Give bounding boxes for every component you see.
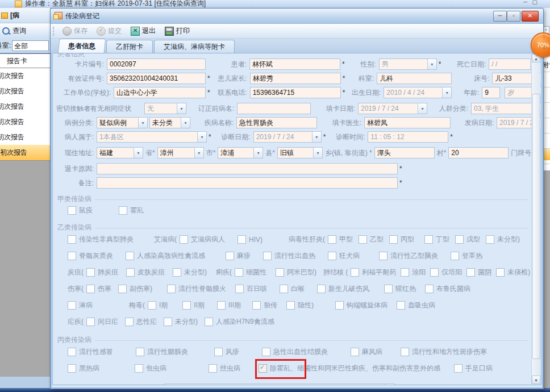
disease-checkbox[interactable]: 急性出血性结膜炎 bbox=[262, 347, 328, 357]
disease-checkbox[interactable]: 包虫病 bbox=[135, 364, 166, 373]
tab-patient-info[interactable]: 患者信息 bbox=[58, 39, 106, 53]
birth-date-select[interactable]: 2010 / 4 / 24▾ bbox=[384, 87, 452, 98]
other-diseases-select[interactable]: ▾ bbox=[164, 383, 395, 385]
scrollbar-down-arrow-icon[interactable]: ▼ bbox=[532, 376, 540, 384]
disease-checkbox[interactable]: III期 bbox=[217, 301, 241, 310]
dept-input[interactable]: 儿科 bbox=[377, 73, 452, 84]
scrollbar-thumb[interactable] bbox=[532, 94, 540, 359]
maximize-button[interactable]: ▫ bbox=[507, 11, 520, 22]
report-list-item[interactable]: 初次报告 bbox=[0, 130, 50, 145]
disease-checkbox[interactable]: 百日咳 bbox=[235, 284, 267, 294]
disease-checkbox[interactable]: 隐性) bbox=[286, 301, 314, 310]
disease-checkbox[interactable]: 人感染高致病性禽流感 bbox=[126, 251, 205, 261]
guardian-input[interactable]: 林碧秀 bbox=[250, 73, 341, 84]
disease-checkbox[interactable]: 丙型 bbox=[389, 235, 414, 244]
fill-doctor-input[interactable]: 林碧凤 bbox=[364, 117, 451, 128]
city-select[interactable]: 漳州▾ bbox=[157, 147, 204, 159]
disease-checkbox[interactable]: 麻疹 bbox=[226, 251, 251, 261]
disease-checkbox[interactable]: 脊髓灰质炎 bbox=[68, 251, 113, 261]
disease-checkbox[interactable]: 未分型) bbox=[164, 317, 198, 327]
patient-input[interactable]: 林怀斌 bbox=[249, 59, 340, 70]
exit-button[interactable]: 退出 bbox=[127, 25, 159, 37]
query-button[interactable]: 查询 bbox=[0, 23, 50, 38]
disease-checkbox[interactable]: 未痰检) bbox=[496, 268, 530, 277]
disease-checkbox[interactable]: 未分型) bbox=[173, 268, 207, 277]
disease-checkbox[interactable]: 白喉 bbox=[280, 284, 305, 294]
disease-checkbox[interactable]: 钩端螺旋体病 bbox=[335, 301, 388, 310]
id-no-input[interactable]: 350623201004240031 bbox=[107, 73, 206, 84]
disease-checkbox[interactable]: 仅培阳 bbox=[430, 268, 462, 277]
diag-time-input[interactable]: 11 : 05 : 12 bbox=[368, 131, 448, 143]
phone-input[interactable]: 15396364715 bbox=[250, 87, 341, 98]
disease-checkbox[interactable]: 艾滋病(艾滋病病人 bbox=[154, 235, 225, 244]
case-class-select[interactable]: 疑似病例▾ bbox=[97, 117, 148, 128]
work-unit-input[interactable]: 山边中心小学 bbox=[114, 87, 206, 98]
disease-checkbox[interactable]: 风疹 bbox=[214, 347, 239, 357]
disease-checkbox[interactable]: 未分型) bbox=[486, 235, 520, 244]
disease-checkbox[interactable]: 流行性感冒 bbox=[68, 347, 113, 357]
disease-checkbox[interactable]: 恶性疟 bbox=[125, 317, 157, 327]
card-no-input[interactable]: 0002097 bbox=[107, 59, 206, 70]
disease-checkbox[interactable]: 丁型 bbox=[424, 235, 449, 244]
province-select[interactable]: 福建▾ bbox=[97, 147, 143, 159]
disease-checkbox[interactable]: 流行性和地方性斑疹伤寒 bbox=[401, 347, 487, 357]
disease-checkbox[interactable]: 血吸虫病 bbox=[397, 301, 435, 310]
disease-checkbox[interactable]: 皮肤炭疽 bbox=[126, 268, 165, 277]
contact-symptom-select[interactable]: 无▾ bbox=[144, 103, 186, 114]
report-list-item[interactable]: 初次报告 bbox=[0, 68, 50, 84]
close-button[interactable]: ✕ bbox=[522, 11, 539, 22]
minimize-button[interactable]: ─ bbox=[493, 11, 507, 22]
disease-checkbox[interactable]: 布鲁氏菌病 bbox=[425, 284, 470, 294]
disease-checkbox[interactable]: 麻风病 bbox=[351, 347, 382, 357]
disease-checkbox[interactable]: 手足口病 bbox=[454, 364, 493, 373]
house-no-input[interactable]: 20 bbox=[448, 147, 509, 159]
patient-belong-select[interactable]: 1本县区▾ bbox=[97, 131, 207, 143]
report-list-item[interactable]: 初次报告 bbox=[0, 99, 50, 114]
refund-reason-input[interactable] bbox=[97, 163, 398, 174]
age-input[interactable]: 9 bbox=[482, 87, 500, 98]
app-maximize-button[interactable]: ▢ bbox=[532, 0, 538, 5]
submit-button[interactable]: 提交 bbox=[93, 25, 125, 37]
disease-checkbox[interactable]: 菌阴 bbox=[466, 268, 491, 277]
village-input[interactable]: 潭头 bbox=[374, 147, 435, 159]
disease-checkbox[interactable]: 病毒性肝炎(甲型 bbox=[289, 235, 353, 244]
disease-checkbox[interactable]: 胎传 bbox=[252, 301, 277, 310]
report-list-item[interactable]: 初次报告 bbox=[0, 145, 50, 160]
disease-checkbox[interactable]: 乙型 bbox=[359, 235, 384, 244]
disease-name-input[interactable]: 急性胃肠炎 bbox=[236, 117, 317, 128]
tab-hepatitis-b-card[interactable]: 乙肝附卡 bbox=[106, 40, 153, 53]
disease-checkbox[interactable]: 流行性脊髓膜火 bbox=[167, 284, 226, 294]
disease-checkbox[interactable]: 人感染H7N9禽流感 bbox=[205, 317, 274, 327]
nav-up-arrow-icon[interactable]: ↑ bbox=[542, 32, 546, 40]
disease-checkbox[interactable]: 流行性乙型脑炎 bbox=[379, 251, 438, 261]
disease-checkbox[interactable]: 戊型 bbox=[455, 235, 480, 244]
disease-checkbox[interactable]: HIV) bbox=[238, 235, 262, 244]
disease-checkbox[interactable]: 鼠疫 bbox=[68, 206, 93, 215]
report-list-item[interactable]: 初次报告 bbox=[0, 84, 50, 99]
disease-checkbox[interactable]: 涂阳 bbox=[401, 268, 426, 277]
disease-checkbox[interactable]: 梅毒(I期 bbox=[129, 301, 168, 310]
gender-select[interactable]: 男▾ bbox=[379, 59, 437, 70]
disease-checkbox[interactable]: 伤寒(伤寒 bbox=[68, 284, 111, 294]
disease-checkbox[interactable]: II期 bbox=[182, 301, 205, 310]
disease-checkbox[interactable]: 新生儿破伤风 bbox=[317, 284, 369, 294]
disease-checkbox[interactable]: 副伤寒) bbox=[118, 284, 152, 294]
disease-checkbox[interactable]: 疟疾(间日疟 bbox=[68, 317, 118, 327]
vertical-scrollbar[interactable]: ▲ ▼ bbox=[531, 54, 540, 384]
case-subclass-select[interactable]: 未分类▾ bbox=[149, 117, 190, 128]
disease-checkbox[interactable]: 猩红热 bbox=[384, 284, 416, 294]
disease-checkbox[interactable]: 肺结核 (利福平耐药 bbox=[323, 268, 396, 277]
disease-checkbox[interactable]: 痢疾(细菌性 bbox=[216, 268, 266, 277]
fill-date-select[interactable]: 2019 / 7 / 24▾ bbox=[358, 103, 427, 114]
disease-checkbox[interactable]: 炭疽(肺炭疽 bbox=[68, 268, 118, 277]
disease-checkbox[interactable]: 阿米巴型) bbox=[276, 268, 316, 277]
nav-down-arrow-icon[interactable]: ↓ bbox=[542, 42, 546, 51]
disease-checkbox[interactable]: 传染性非典型肺炎 bbox=[68, 235, 134, 244]
county-select[interactable]: 漳浦▾ bbox=[218, 147, 263, 159]
dialog-title-bar[interactable]: 传染病登记 ─ ▫ ✕ bbox=[51, 9, 543, 24]
disease-checkbox[interactable]: 黑热病 bbox=[68, 364, 99, 373]
diag-date-select[interactable]: 2019 / 7 / 24▾ bbox=[253, 131, 322, 143]
disease-checkbox[interactable]: 霍乱 bbox=[119, 206, 144, 215]
disease-checkbox[interactable]: 狂犬病 bbox=[328, 251, 360, 261]
pre-correction-input[interactable] bbox=[237, 103, 311, 114]
